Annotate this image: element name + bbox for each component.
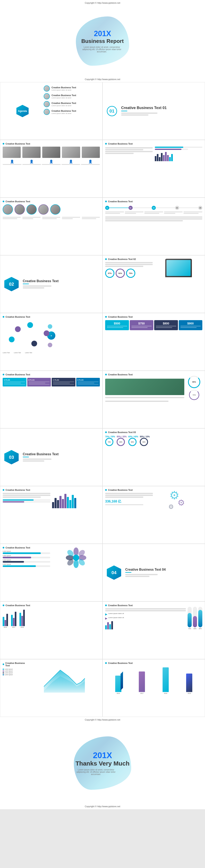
row-1: Agenda Creative Business Text Lorem ipsu… — [0, 82, 205, 140]
pb2-1 — [29, 381, 50, 382]
3d-bar-4 — [186, 674, 192, 692]
slide-07-title: Creative Business Text 02 — [108, 258, 136, 260]
title-main: Business Report — [81, 38, 124, 44]
row-7: 03 Creative Business Text Creative Busin… — [0, 428, 205, 486]
laptop-image-area — [155, 258, 202, 278]
slide-06-title: Creative Business Text — [23, 279, 59, 283]
thermo-3: 85% — [198, 607, 202, 629]
team-name-1 — [3, 164, 22, 165]
ct-3b — [42, 218, 57, 219]
barchart-chart — [52, 489, 100, 508]
pct-row: 70% / 30% 70% 80% / 20% 80% 60% / 40% 60… — [105, 436, 202, 446]
laptop-desc-3 — [105, 266, 143, 267]
prog-2-fill — [155, 149, 181, 150]
agenda-dot-2 — [44, 93, 50, 99]
slide-network-content: Creative Business Text ● Lor — [0, 313, 102, 356]
person-circle-4 — [38, 204, 48, 215]
laptop-desc-1 — [105, 262, 153, 263]
section-label-laptop: Creative Business Text 02 — [105, 258, 153, 260]
bc-bar-4 — [60, 496, 62, 508]
slide-grouped-bars: Creative Business Text 2016 — [0, 601, 102, 659]
diamond-container: 02 — [4, 277, 19, 291]
tall-icon-text-1: Lorem ipsum dolor sit — [108, 613, 186, 616]
3d-label-1: 2016 — [117, 693, 120, 694]
watermark-thanks-bottom: Copyright © http://www.pptstore.net — [85, 805, 120, 808]
text-02b — [23, 287, 44, 288]
yb-1c — [6, 614, 8, 626]
node-label-3: Lorem Text — [25, 352, 32, 353]
gears-visual: ⚙ ⚙ ⚙ — [155, 489, 202, 516]
gears-text-1 — [105, 493, 153, 494]
tl-dot-5: 05 — [198, 206, 202, 210]
slide-01-title: Creative Business Text 01 — [121, 106, 167, 110]
pb4-1 — [77, 381, 99, 382]
slide-imgtext-content: Creative Business Text 85% 70% — [103, 371, 205, 405]
section-04-content: Creative Business Text 04 — [125, 568, 166, 578]
plan-box-3: C PLAN — [52, 378, 75, 386]
tl-line-2 — [133, 208, 152, 208]
chart-left-text — [105, 147, 153, 161]
slide-10-title: Creative Business Text — [5, 373, 30, 376]
plan-boxes: A PLAN B PLAN C PLAN — [3, 378, 100, 386]
title-content: 201X Business Report Lorem ipsum dolor s… — [81, 29, 124, 53]
slide-15-title: Creative Business Text — [108, 489, 133, 491]
slide-barchart-content: Creative Business Text — [0, 486, 102, 511]
row-4: 02 Creative Business Text Creative Busin… — [0, 255, 205, 313]
tlt-4b — [164, 213, 175, 214]
agenda-item-4: Creative Business Text Lorem ipsum dolor… — [44, 109, 99, 115]
tlt-5 — [183, 212, 202, 212]
price-2: $750 — [131, 322, 152, 325]
network-canvas: ● — [3, 320, 100, 351]
plan-box-2-title: B PLAN — [29, 379, 50, 381]
tl-text-1 — [105, 211, 124, 214]
pct-circle-2: 80% — [117, 438, 125, 446]
person-circle-2 — [14, 204, 25, 215]
pb3-3 — [53, 384, 74, 384]
tl-desc-3 — [105, 220, 183, 221]
team-icon-3: 👤 — [42, 160, 61, 165]
bc-bar-2 — [55, 498, 57, 508]
circle-stat-3: 75% — [126, 269, 135, 278]
section-02-number: 02 — [9, 282, 14, 287]
section-dot-3a — [3, 200, 4, 202]
slide-tall-content: Creative Business Text ▶ Lorem ipsum dol… — [103, 602, 205, 632]
row-5: Creative Business Text ● Lor — [0, 313, 205, 371]
team-icon-2: 👤 — [22, 160, 41, 165]
gears-text: Creative Business Text 336,168 亿 — [105, 489, 153, 516]
plan-box-4: D PLAN — [76, 378, 100, 386]
slide-section02: 02 Creative Business Text — [0, 255, 102, 313]
thermo-label-3: 85% — [199, 628, 202, 629]
bar-2 — [157, 154, 159, 161]
thermo-fill-3 — [198, 610, 202, 627]
row-2: Creative Business Text 👤 👤 � — [0, 140, 205, 197]
pb-item-3: Lorem ipsum — [3, 559, 50, 563]
pct-val-2: 80% / 20% — [117, 436, 127, 438]
3d-bar-group-2: 2017 — [131, 672, 153, 694]
chart-text-2 — [105, 149, 143, 150]
prog-1-fill — [155, 147, 183, 148]
agenda-text-2: Creative Business Text — [52, 94, 76, 96]
year-bars-1 — [3, 614, 8, 626]
hex-03-container: 03 — [4, 450, 19, 464]
section-04-number: 04 — [111, 570, 116, 576]
section-dot-net — [3, 316, 4, 318]
thermo-label-1: 70% — [188, 628, 191, 629]
slide-prices: Creative Business Text $500 $750 $800 — [102, 313, 205, 371]
3d-label-4: 2019 — [187, 693, 191, 694]
tmb-3 — [109, 624, 111, 629]
tmb-1 — [105, 625, 107, 629]
price-3: $800 — [156, 322, 176, 325]
node-label-2: Lorem Text — [14, 352, 21, 353]
bar-9 — [171, 154, 173, 161]
chart-text-4 — [105, 153, 134, 154]
area-text-list: Lorem ipsum Lorem ipsum Lorem ipsum Lore… — [3, 669, 27, 675]
slide-09-title: Creative Business Text — [108, 316, 133, 318]
pct-circle-4: 90% — [140, 438, 148, 446]
bc-bar-5 — [62, 499, 64, 508]
tall-t1 — [105, 608, 186, 610]
agenda-item-1: Creative Business Text Lorem ipsum dolor… — [44, 86, 99, 92]
text-line-01b — [121, 114, 148, 116]
team-photos-row — [3, 147, 100, 158]
year-group-2: 2017 — [11, 612, 16, 628]
pb-bg-1 — [3, 552, 50, 554]
